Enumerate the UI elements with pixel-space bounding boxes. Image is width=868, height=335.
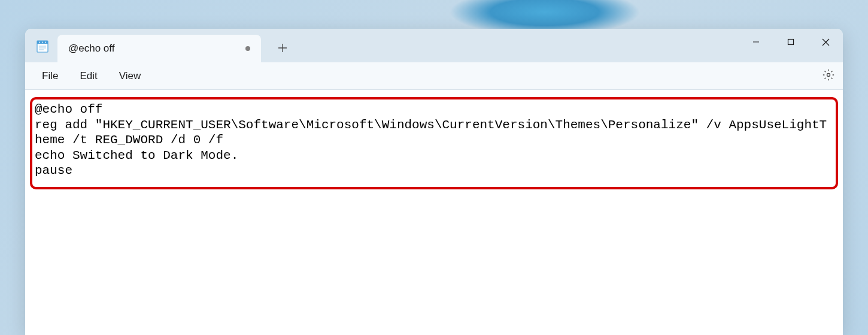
menu-view[interactable]: View	[108, 67, 152, 86]
svg-point-14	[827, 73, 830, 76]
titlebar: @echo off	[25, 29, 843, 62]
menubar: File Edit View	[25, 62, 843, 90]
new-tab-button[interactable]	[271, 36, 295, 60]
notepad-window: @echo off File Edit View	[25, 29, 843, 335]
minimize-button[interactable]	[739, 29, 773, 55]
settings-button[interactable]	[823, 69, 834, 83]
menu-file[interactable]: File	[31, 67, 69, 86]
tab-title: @echo off	[68, 43, 238, 55]
svg-rect-11	[788, 40, 794, 45]
window-controls	[739, 29, 843, 55]
maximize-button[interactable]	[773, 29, 808, 55]
menu-edit[interactable]: Edit	[69, 67, 108, 86]
document-tab[interactable]: @echo off	[57, 35, 261, 62]
svg-point-4	[45, 42, 46, 43]
text-editor[interactable]: @echo off reg add "HKEY_CURRENT_USER\Sof…	[30, 98, 838, 182]
svg-point-3	[42, 42, 43, 43]
editor-area: @echo off reg add "HKEY_CURRENT_USER\Sof…	[25, 90, 843, 335]
svg-point-2	[39, 42, 40, 43]
notepad-app-icon	[36, 40, 49, 53]
close-button[interactable]	[808, 29, 843, 55]
unsaved-indicator-icon	[245, 46, 250, 51]
